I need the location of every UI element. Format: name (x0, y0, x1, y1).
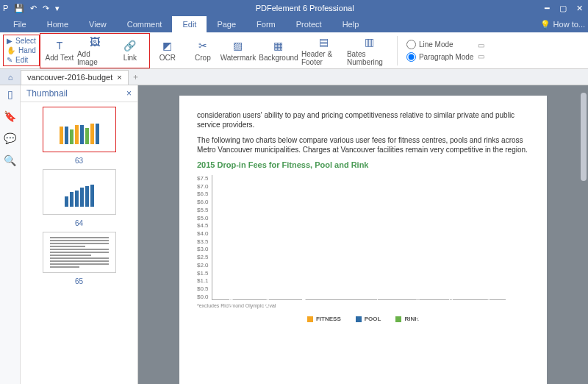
vertical-scrollbar[interactable] (581, 93, 587, 181)
hand-mode[interactable]: ✋Hand (7, 46, 36, 54)
background-label: Background (259, 54, 298, 62)
ocr-icon: ◩ (160, 39, 175, 52)
tab-file[interactable]: File (3, 16, 37, 32)
add-image-label: Add Image (77, 50, 112, 66)
ocr-button[interactable]: ◩OCR (150, 39, 185, 62)
thumbnail-panel-header: Thumbnail × (21, 85, 137, 102)
chart-legend: FITNESS POOL RINK (197, 316, 529, 322)
bates-button[interactable]: ▥Bates Numbering (347, 35, 392, 66)
page-number-65: 65 (75, 277, 83, 285)
paragraph-mode-label: Paragraph Mode (419, 53, 474, 61)
thumbnail-page-64[interactable] (43, 169, 116, 215)
header-footer-label: Header & Footer (301, 50, 347, 66)
add-image-button[interactable]: 🖼Add Image (77, 35, 112, 66)
qat-dropdown-icon[interactable]: ▾ (55, 4, 60, 13)
thumbnail-page-63[interactable] (43, 107, 116, 152)
tab-help[interactable]: Help (332, 16, 370, 32)
bates-icon: ▥ (362, 35, 377, 49)
tab-page[interactable]: Page (207, 16, 246, 32)
cursor-icon: ▶ (7, 37, 12, 45)
selection-mode-group: ▶Select ✋Hand ✎Edit (3, 35, 40, 66)
ribbon-divider (397, 36, 398, 65)
chart-title: 2015 Drop-in Fees for Fitness, Pool and … (197, 160, 529, 169)
app-logo-icon: P (3, 4, 8, 13)
pdf-page: consideration users' ability to pay and … (179, 96, 547, 384)
chart-footnote: *excludes Richmond Olympic Oval (197, 303, 529, 308)
chart-y-axis: $7.5$7.0$6.5$6.0$5.5$5.0$4.5$4.0$3.5$3.0… (197, 175, 212, 300)
thumbnail-panel: Thumbnail × 63 64 65 (21, 85, 138, 384)
window-title: PDFelement 6 Professional (68, 4, 541, 13)
edit-icon: ✎ (7, 56, 12, 64)
workspace: ▯ 🔖 💬 🔍 Thumbnail × 63 64 65 c (0, 85, 588, 384)
watermark-label: Watermark (220, 54, 257, 62)
thumbnail-page-65[interactable] (43, 232, 116, 273)
home-tab-icon[interactable]: ⌂ (0, 69, 21, 85)
link-label: Link (123, 54, 137, 62)
header-footer-icon: ▤ (317, 35, 331, 49)
link-icon: 🔗 (123, 39, 137, 52)
document-tab[interactable]: vancouver-2016-budget × (21, 70, 129, 85)
quick-access-toolbar: P 💾 ↶ ↷ ▾ (3, 4, 60, 13)
maximize-icon[interactable]: ▢ (557, 4, 569, 13)
header-footer-button[interactable]: ▤Header & Footer (301, 35, 347, 66)
tab-edit[interactable]: Edit (172, 16, 207, 32)
how-to-button[interactable]: 💡 How to... (540, 20, 585, 29)
page-paragraph-1: consideration users' ability to pay and … (197, 110, 529, 129)
legend-pool: POOL (356, 316, 381, 322)
crop-label: Crop (195, 54, 211, 62)
edit-label: Edit (15, 56, 28, 64)
hand-label: Hand (18, 46, 36, 54)
select-mode[interactable]: ▶Select (7, 37, 36, 45)
panel-close-icon[interactable]: × (126, 88, 132, 99)
watermark-button[interactable]: ▨Watermark (220, 39, 256, 62)
ocr-label: OCR (159, 54, 176, 62)
select-label: Select (15, 37, 36, 45)
hand-icon: ✋ (7, 46, 15, 54)
thumbnail-title: Thumbnail (26, 88, 68, 99)
ribbon: ▶Select ✋Hand ✎Edit TAdd Text 🖼Add Image… (0, 32, 588, 69)
ribbon-tabs: File Home View Comment Edit Page Form Pr… (0, 16, 588, 32)
minimize-icon[interactable]: ━ (541, 4, 553, 13)
redo-icon[interactable]: ↷ (43, 4, 49, 13)
page-paragraph-2: The following two charts below compare v… (197, 135, 529, 154)
add-text-label: Add Text (46, 54, 74, 62)
options-icon: ▭ (478, 41, 484, 49)
paragraph-mode-radio[interactable]: Paragraph Mode (406, 52, 474, 62)
title-bar: P 💾 ↶ ↷ ▾ PDFelement 6 Professional ━ ▢ … (0, 0, 588, 16)
thumbnail-list: 63 64 65 (21, 102, 137, 384)
line-mode-radio[interactable]: Line Mode (406, 40, 474, 49)
tab-form[interactable]: Form (246, 16, 286, 32)
add-text-button[interactable]: TAdd Text (42, 35, 77, 66)
chart-plot-area: BURNABYNORTH VANCOUVERSURREYSURREY LEISU… (212, 175, 506, 300)
line-mode-label: Line Mode (419, 40, 453, 49)
how-to-label: How to... (553, 20, 585, 29)
search-icon[interactable]: 🔍 (4, 154, 16, 166)
image-icon: 🖼 (87, 35, 102, 49)
comments-icon[interactable]: 💬 (4, 132, 16, 144)
undo-icon[interactable]: ↶ (30, 4, 37, 13)
bookmarks-icon[interactable]: 🔖 (4, 110, 16, 122)
tab-home[interactable]: Home (37, 16, 79, 32)
edit-mode[interactable]: ✎Edit (7, 56, 36, 64)
save-icon[interactable]: 💾 (14, 4, 24, 13)
close-icon[interactable]: ✕ (573, 4, 585, 13)
legend-fitness-label: FITNESS (316, 316, 341, 322)
tab-close-icon[interactable]: × (117, 73, 121, 82)
crop-button[interactable]: ✂Crop (185, 39, 220, 62)
tab-comment[interactable]: Comment (117, 16, 173, 32)
tab-view[interactable]: View (79, 16, 117, 32)
new-tab-button[interactable]: ＋ (129, 71, 143, 82)
edit-mode-radiogroup: Line Mode Paragraph Mode (402, 40, 478, 62)
link-button[interactable]: 🔗Link (112, 35, 148, 66)
tab-protect[interactable]: Protect (286, 16, 332, 32)
legend-fitness: FITNESS (307, 316, 341, 322)
left-sidebar-rail: ▯ 🔖 💬 🔍 (0, 85, 21, 384)
chart: $7.5$7.0$6.5$6.0$5.5$5.0$4.5$4.0$3.5$3.0… (197, 175, 529, 300)
document-viewport[interactable]: consideration users' ability to pay and … (138, 85, 588, 384)
page-number-64: 64 (75, 219, 83, 227)
crop-icon: ✂ (196, 39, 210, 52)
thumbnails-icon[interactable]: ▯ (7, 88, 13, 100)
background-button[interactable]: ▦Background (256, 39, 301, 62)
options-icon-2: ▭ (478, 52, 484, 60)
ribbon-overflow[interactable]: ▭▭ (478, 41, 484, 60)
